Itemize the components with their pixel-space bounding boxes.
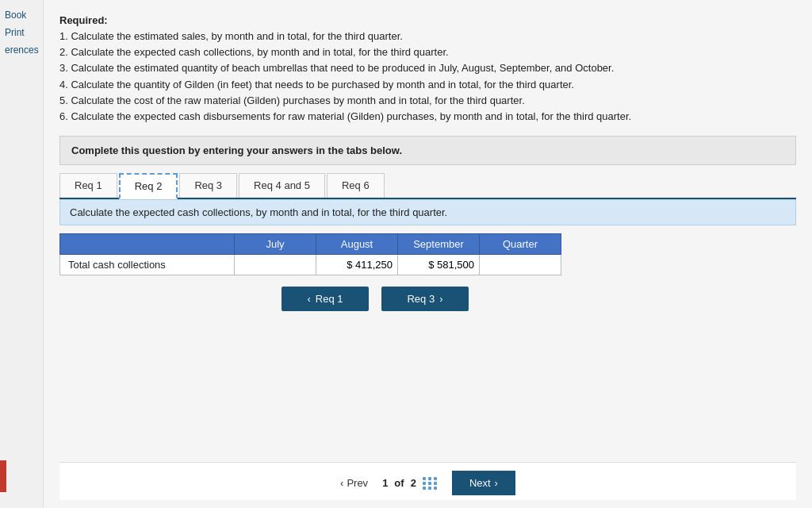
grid-dot	[434, 487, 437, 490]
col-header-quarter: Quarter	[480, 233, 561, 254]
grid-dot	[423, 482, 426, 485]
tab-req1[interactable]: Req 1	[59, 173, 117, 198]
required-item-5: 5. Calculate the cost of the raw materia…	[59, 93, 796, 109]
page-info: 1 of 2	[382, 477, 438, 490]
next-page-chevron-icon: ›	[495, 477, 498, 489]
sidebar: Book Print erences	[0, 0, 44, 508]
grid-dot	[428, 477, 431, 480]
prev-req-button[interactable]: ‹ Req 1	[282, 287, 369, 311]
cash-collections-table: July August September Quarter Total cash…	[59, 233, 561, 275]
required-item-2: 2. Calculate the expected cash collectio…	[59, 44, 796, 60]
grid-dot	[428, 487, 431, 490]
col-header-label	[60, 233, 235, 254]
input-august[interactable]	[321, 259, 393, 271]
grid-icon[interactable]	[423, 477, 438, 490]
table-row: Total cash collections	[60, 254, 561, 275]
next-page-label: Next	[469, 477, 491, 489]
sidebar-item-print[interactable]: Print	[0, 25, 43, 40]
tab-instruction-text: Calculate the expected cash collections,…	[70, 206, 447, 218]
col-header-august: August	[316, 233, 398, 254]
cell-quarter[interactable]	[480, 254, 561, 275]
tab-req45[interactable]: Req 4 and 5	[239, 173, 325, 198]
prev-page-chevron-icon: ‹	[340, 477, 343, 489]
next-req-label: Req 3	[407, 293, 435, 305]
complete-instruction-box: Complete this question by entering your …	[59, 136, 796, 165]
input-quarter[interactable]	[485, 259, 556, 271]
page-current: 1	[382, 477, 388, 489]
prev-page-button[interactable]: ‹ Prev	[340, 477, 368, 489]
grid-dot	[434, 482, 437, 485]
sidebar-item-book[interactable]: Book	[0, 8, 43, 22]
cell-august[interactable]	[316, 254, 398, 275]
tab-req3[interactable]: Req 3	[179, 173, 237, 198]
col-header-september: September	[398, 233, 480, 254]
prev-chevron-icon: ‹	[307, 293, 310, 305]
required-section: Required: 1. Calculate the estimated sal…	[59, 13, 796, 125]
prev-page-label: Prev	[347, 477, 368, 489]
grid-dot	[423, 487, 426, 490]
tab-req2[interactable]: Req 2	[119, 173, 178, 199]
tab-req6[interactable]: Req 6	[327, 173, 385, 198]
sidebar-red-indicator	[0, 460, 6, 492]
required-item-4: 4. Calculate the quantity of Gilden (in …	[59, 77, 796, 93]
page-total: 2	[411, 477, 416, 489]
nav-buttons: ‹ Req 1 Req 3 ›	[282, 287, 796, 311]
grid-dot	[423, 477, 426, 480]
next-chevron-icon: ›	[439, 293, 442, 305]
row-label-total-cash: Total cash collections	[60, 254, 235, 275]
next-page-button[interactable]: Next ›	[452, 471, 515, 495]
page-separator: of	[394, 477, 404, 489]
complete-instruction-text: Complete this question by entering your …	[71, 144, 402, 156]
col-header-july: July	[235, 233, 316, 254]
next-req-button[interactable]: Req 3 ›	[381, 287, 469, 311]
input-july[interactable]	[239, 259, 311, 271]
grid-dot	[428, 482, 431, 485]
prev-req-label: Req 1	[316, 293, 343, 305]
bottom-bar: ‹ Prev 1 of 2 Nex	[59, 462, 796, 500]
grid-dot	[434, 477, 437, 480]
required-item-1: 1. Calculate the estimated sales, by mon…	[59, 29, 796, 44]
main-content: Required: 1. Calculate the estimated sal…	[44, 0, 812, 508]
tab-instruction-bar: Calculate the expected cash collections,…	[59, 199, 796, 225]
required-heading: Required:	[59, 14, 108, 26]
input-september[interactable]	[403, 259, 474, 271]
sidebar-item-references[interactable]: erences	[0, 43, 43, 57]
required-item-6: 6. Calculate the expected cash disbursem…	[59, 109, 796, 125]
tabs-row: Req 1 Req 2 Req 3 Req 4 and 5 Req 6	[59, 173, 796, 199]
cell-september[interactable]	[398, 254, 480, 275]
required-item-3: 3. Calculate the estimated quantity of b…	[59, 60, 796, 76]
table-wrapper: July August September Quarter Total cash…	[59, 233, 796, 275]
cell-july[interactable]	[235, 254, 316, 275]
